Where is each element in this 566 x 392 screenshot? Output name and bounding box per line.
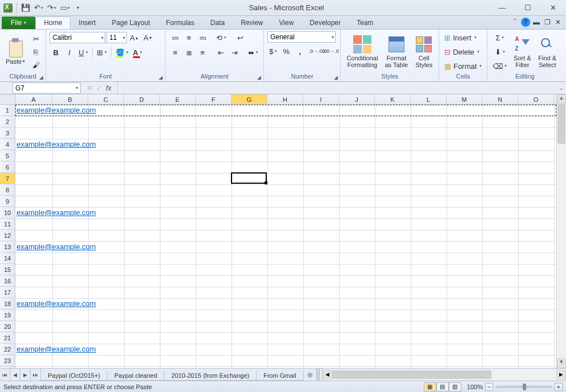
scroll-up-icon[interactable]: ▲: [557, 94, 566, 104]
sheet-nav-prev-icon[interactable]: ◀: [10, 369, 20, 381]
horizontal-scrollbar[interactable]: ◀ ▶: [322, 369, 566, 381]
column-header[interactable]: I: [303, 94, 339, 104]
tab-insert[interactable]: Insert: [71, 16, 104, 29]
format-painter-icon[interactable]: 🖌: [30, 59, 42, 71]
conditional-formatting-button[interactable]: Conditional Formatting: [344, 34, 380, 69]
minimize-button[interactable]: —: [489, 0, 515, 16]
row-header[interactable]: 3: [0, 127, 15, 139]
zoom-out-icon[interactable]: −: [485, 383, 493, 391]
increase-indent-icon[interactable]: ⇥: [228, 46, 241, 59]
row-header[interactable]: 15: [0, 264, 15, 275]
minimize-ribbon-icon[interactable]: ˇ: [510, 18, 519, 27]
borders-icon[interactable]: ⊞: [95, 46, 109, 59]
wrap-text-icon[interactable]: ↩: [234, 31, 246, 44]
sheet-tab[interactable]: From Gmail: [256, 371, 303, 381]
sheet-tab[interactable]: Paypal cleaned: [107, 371, 164, 381]
row-header[interactable]: 19: [0, 310, 15, 321]
tab-developer[interactable]: Developer: [301, 16, 349, 29]
row-header[interactable]: 5: [0, 150, 15, 162]
shrink-font-icon[interactable]: A▼: [142, 31, 154, 44]
row-header[interactable]: 7: [0, 173, 15, 184]
sheet-tab[interactable]: Paypal (Oct2015+): [40, 371, 108, 381]
row-header[interactable]: 16: [0, 275, 15, 287]
percent-format-icon[interactable]: %: [280, 45, 292, 57]
format-cells-button[interactable]: ▦Format: [443, 60, 484, 72]
row-header[interactable]: 10: [0, 207, 15, 218]
row-header[interactable]: 4: [0, 139, 15, 150]
close-button[interactable]: ✕: [540, 0, 566, 16]
cell-styles-button[interactable]: Cell Styles: [412, 34, 435, 69]
hyperlink-cell[interactable]: example@example.com: [16, 139, 96, 150]
row-header[interactable]: 11: [0, 218, 15, 230]
column-header[interactable]: G: [232, 94, 267, 104]
workbook-restore-icon[interactable]: ❐: [543, 18, 552, 27]
sort-filter-button[interactable]: Sort & Filter: [511, 34, 534, 69]
formula-input[interactable]: [117, 82, 556, 94]
column-header[interactable]: J: [339, 94, 375, 104]
cells-grid[interactable]: example@example.comexample@example.comex…: [15, 105, 556, 368]
decrease-indent-icon[interactable]: ⇤: [214, 46, 227, 59]
paste-button[interactable]: Paste▾: [3, 38, 27, 66]
hyperlink-cell[interactable]: example@example.com: [16, 344, 96, 355]
orientation-icon[interactable]: ⟲: [214, 31, 228, 44]
comma-format-icon[interactable]: ,: [294, 45, 306, 57]
sheet-nav-next-icon[interactable]: ▶: [20, 369, 31, 381]
zoom-in-icon[interactable]: +: [555, 383, 563, 391]
save-icon[interactable]: 💾: [20, 2, 31, 14]
cancel-formula-icon[interactable]: ✕: [86, 84, 93, 92]
tab-data[interactable]: Data: [203, 16, 233, 29]
file-tab[interactable]: File▾: [2, 16, 35, 29]
expand-formula-bar-icon[interactable]: ⌄: [556, 84, 566, 92]
increase-decimal-icon[interactable]: .0→.00: [311, 45, 323, 57]
scroll-thumb-h[interactable]: [332, 370, 491, 379]
align-left-icon[interactable]: ≡: [169, 46, 181, 59]
column-header[interactable]: M: [447, 94, 482, 104]
tab-team[interactable]: Team: [349, 16, 381, 29]
sheet-tab[interactable]: 2010-2015 (from Exchange): [164, 371, 257, 381]
italic-button[interactable]: I: [63, 46, 76, 59]
clear-icon[interactable]: ⌫: [491, 60, 509, 72]
row-header[interactable]: 21: [0, 332, 15, 344]
tab-scroll-split[interactable]: [316, 369, 320, 381]
bold-button[interactable]: B: [49, 46, 62, 59]
tab-review[interactable]: Review: [233, 16, 271, 29]
find-select-button[interactable]: Find & Select: [536, 34, 559, 69]
column-header[interactable]: N: [482, 94, 518, 104]
align-right-icon[interactable]: ≡: [196, 46, 209, 59]
workbook-close-icon[interactable]: ✕: [553, 18, 563, 27]
fill-color-icon[interactable]: 🪣: [114, 46, 130, 59]
scroll-thumb-v[interactable]: [557, 104, 565, 144]
align-center-icon[interactable]: ≣: [183, 46, 195, 59]
accounting-format-icon[interactable]: $: [267, 45, 279, 57]
maximize-button[interactable]: ☐: [515, 0, 540, 16]
align-middle-icon[interactable]: ≡: [183, 31, 195, 44]
row-header[interactable]: 20: [0, 321, 15, 332]
number-format-combo[interactable]: General: [267, 31, 336, 43]
column-header[interactable]: L: [411, 94, 447, 104]
scroll-right-icon[interactable]: ▶: [556, 370, 566, 379]
merge-center-icon[interactable]: ⬌: [246, 46, 260, 59]
align-bottom-icon[interactable]: ≕: [196, 31, 209, 44]
column-header[interactable]: B: [52, 94, 88, 104]
format-as-table-button[interactable]: Format as Table: [382, 34, 410, 69]
row-header[interactable]: 12: [0, 230, 15, 241]
hyperlink-cell[interactable]: example@example.com: [16, 207, 96, 218]
row-header[interactable]: 2: [0, 116, 15, 127]
font-color-icon[interactable]: A: [131, 46, 144, 59]
underline-button[interactable]: U: [77, 46, 89, 59]
column-header[interactable]: E: [160, 94, 196, 104]
name-box[interactable]: G7: [13, 82, 81, 94]
column-header[interactable]: C: [88, 94, 124, 104]
grow-font-icon[interactable]: A▲: [128, 31, 141, 44]
row-header[interactable]: 8: [0, 184, 15, 196]
row-header[interactable]: 23: [0, 355, 15, 366]
normal-view-icon[interactable]: ▦: [424, 382, 436, 391]
page-break-view-icon[interactable]: ▧: [449, 382, 461, 391]
autosum-icon[interactable]: Σ: [491, 31, 509, 44]
cut-icon[interactable]: ✂: [30, 32, 42, 45]
row-header[interactable]: 6: [0, 162, 15, 173]
zoom-slider[interactable]: [495, 386, 552, 388]
tab-page-layout[interactable]: Page Layout: [104, 16, 158, 29]
column-header[interactable]: O: [518, 94, 554, 104]
zoom-level[interactable]: 100%: [467, 383, 483, 390]
